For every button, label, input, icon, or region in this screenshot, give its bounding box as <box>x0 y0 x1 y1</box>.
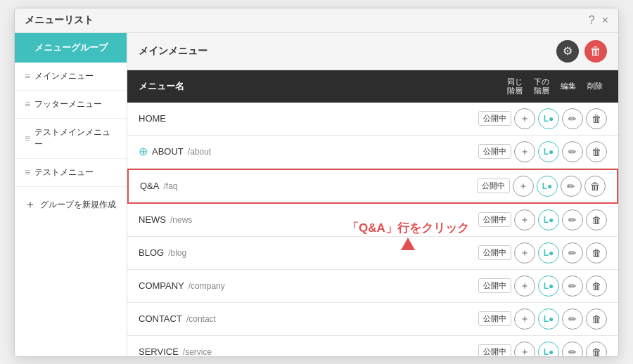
sidebar-item-main-menu[interactable]: ≡ メインメニュー <box>15 63 127 91</box>
modal-container: メニューリスト ? × メニューグループ ≡ メインメニュー ≡ フッターメニュ… <box>14 8 619 357</box>
table-col-actions: 同じ階層 下の階層 編集 削除 <box>503 77 607 96</box>
add-same-level-button[interactable]: ＋ <box>514 209 535 230</box>
delete-button[interactable]: 🗑 <box>586 275 607 297</box>
edit-button[interactable]: ✏ <box>562 242 583 264</box>
row-name: SERVICE /service <box>139 346 478 356</box>
edit-button[interactable]: ✏ <box>562 209 583 230</box>
row-actions: 公開中 ＋ L● ✏ 🗑 <box>477 176 606 197</box>
delete-button[interactable]: 🗑 <box>584 176 606 197</box>
status-badge: 公開中 <box>478 144 511 159</box>
status-badge: 公開中 <box>478 111 511 126</box>
delete-button[interactable]: 🗑 <box>586 342 607 356</box>
table-row[interactable]: HOME 公開中 ＋ L● ✏ 🗑 <box>127 103 618 136</box>
add-same-level-button[interactable]: ＋ <box>514 141 535 162</box>
add-child-level-button[interactable]: L● <box>537 176 558 197</box>
edit-button[interactable]: ✏ <box>562 108 583 129</box>
add-same-level-button[interactable]: ＋ <box>514 108 535 129</box>
expand-icon: ⊕ <box>139 145 148 158</box>
add-child-level-button[interactable]: L● <box>538 242 559 264</box>
add-child-level-button[interactable]: L● <box>538 209 559 230</box>
add-child-level-button[interactable]: L● <box>538 108 559 129</box>
modal-body: メニューグループ ≡ メインメニュー ≡ フッターメニュー ≡ テストメインメニ… <box>15 33 618 356</box>
sidebar-item-label: フッターメニュー <box>34 98 102 110</box>
add-same-level-button[interactable]: ＋ <box>514 308 535 330</box>
menu-name: HOME <box>139 113 166 124</box>
menu-name: SERVICE <box>139 346 179 356</box>
sidebar-item-label: テストメインメニュー <box>34 126 117 150</box>
edit-button[interactable]: ✏ <box>562 342 583 356</box>
menu-name: Q&A <box>140 181 159 191</box>
hamburger-icon: ≡ <box>25 133 30 144</box>
col-down-level: 下の階層 <box>530 77 554 96</box>
delete-button[interactable]: 🗑 <box>586 209 607 230</box>
close-icon[interactable]: × <box>602 14 608 27</box>
table-row-qa[interactable]: Q&A /faq 公開中 ＋ L● ✏ 🗑 「Q&A」行をクリック <box>127 169 618 204</box>
status-badge: 公開中 <box>477 178 510 193</box>
edit-button[interactable]: ✏ <box>562 275 583 297</box>
menu-route: /service <box>183 347 212 356</box>
sidebar-item-label: テストメニュー <box>34 167 94 178</box>
edit-button[interactable]: ✏ <box>561 176 582 197</box>
sidebar-item-test-main-menu[interactable]: ≡ テストメインメニュー <box>15 119 127 159</box>
row-actions: 公開中 ＋ L● ✏ 🗑 <box>478 275 607 297</box>
add-same-level-button[interactable]: ＋ <box>514 342 535 356</box>
sidebar-item-label: メインメニュー <box>34 70 94 82</box>
status-badge: 公開中 <box>478 344 511 356</box>
row-actions: 公開中 ＋ L● ✏ 🗑 <box>478 209 607 230</box>
sidebar: メニューグループ ≡ メインメニュー ≡ フッターメニュー ≡ テストメインメニ… <box>15 33 127 356</box>
status-badge: 公開中 <box>478 311 511 326</box>
sidebar-group-header: メニューグループ <box>15 33 127 63</box>
delete-button[interactable]: 🗑 <box>586 308 607 330</box>
plus-icon: ＋ <box>25 197 36 212</box>
menu-route: /blog <box>168 248 186 258</box>
edit-button[interactable]: ✏ <box>562 141 583 162</box>
main-header-title: メインメニュー <box>139 45 207 58</box>
table-row[interactable]: NEWS /news 公開中 ＋ L● ✏ 🗑 <box>127 204 618 237</box>
edit-button[interactable]: ✏ <box>562 308 583 330</box>
settings-button[interactable]: ⚙ <box>556 40 579 63</box>
col-delete: 削除 <box>583 82 607 91</box>
hamburger-icon: ≡ <box>25 98 30 110</box>
delete-button[interactable]: 🗑 <box>586 242 607 264</box>
row-name: NEWS /news <box>139 214 478 225</box>
menu-table: メニュー名 同じ階層 下の階層 編集 削除 HOME 公開中 ＋ <box>127 70 618 356</box>
add-child-level-button[interactable]: L● <box>538 141 559 162</box>
sidebar-item-test-menu[interactable]: ≡ テストメニュー <box>15 159 127 187</box>
col-same-level: 同じ階層 <box>503 77 527 96</box>
menu-name: NEWS <box>139 214 166 225</box>
hamburger-icon: ≡ <box>25 167 30 178</box>
add-child-level-button[interactable]: L● <box>538 342 559 356</box>
menu-route: /faq <box>163 181 177 191</box>
col-name: メニュー名 <box>139 80 503 93</box>
add-child-level-button[interactable]: L● <box>538 275 559 297</box>
add-same-level-button[interactable]: ＋ <box>513 176 534 197</box>
modal-title: メニューリスト <box>25 14 94 27</box>
table-row[interactable]: CONTACT /contact 公開中 ＋ L● ✏ 🗑 <box>127 303 618 336</box>
row-actions: 公開中 ＋ L● ✏ 🗑 <box>478 242 607 264</box>
table-row[interactable]: SERVICE /service 公開中 ＋ L● ✏ 🗑 <box>127 336 618 356</box>
row-actions: 公開中 ＋ L● ✏ 🗑 <box>478 141 607 162</box>
table-row[interactable]: COMPANY /company 公開中 ＋ L● ✏ 🗑 <box>127 270 618 303</box>
add-group-label: グループを新規作成 <box>40 199 116 211</box>
menu-name: CONTACT <box>139 313 182 324</box>
menu-route: /about <box>188 147 211 157</box>
table-row[interactable]: ⊕ ABOUT /about 公開中 ＋ L● ✏ 🗑 <box>127 136 618 169</box>
help-icon[interactable]: ? <box>589 14 595 27</box>
add-group-button[interactable]: ＋ グループを新規作成 <box>15 190 127 220</box>
menu-name: ABOUT <box>152 146 184 157</box>
row-name: HOME <box>139 113 478 124</box>
sidebar-item-footer-menu[interactable]: ≡ フッターメニュー <box>15 91 127 119</box>
add-child-level-button[interactable]: L● <box>538 308 559 330</box>
table-row[interactable]: BLOG /blog 公開中 ＋ L● ✏ 🗑 <box>127 237 618 270</box>
add-same-level-button[interactable]: ＋ <box>514 242 535 264</box>
delete-button[interactable]: 🗑 <box>586 141 607 162</box>
col-edit: 編集 <box>556 82 580 91</box>
hamburger-icon: ≡ <box>25 70 30 82</box>
menu-name: COMPANY <box>139 280 184 291</box>
delete-button[interactable]: 🗑 <box>586 108 607 129</box>
menu-name: BLOG <box>139 247 164 258</box>
delete-button[interactable]: 🗑 <box>584 40 607 63</box>
menu-route: /company <box>188 281 225 291</box>
status-badge: 公開中 <box>478 278 511 293</box>
add-same-level-button[interactable]: ＋ <box>514 275 535 297</box>
